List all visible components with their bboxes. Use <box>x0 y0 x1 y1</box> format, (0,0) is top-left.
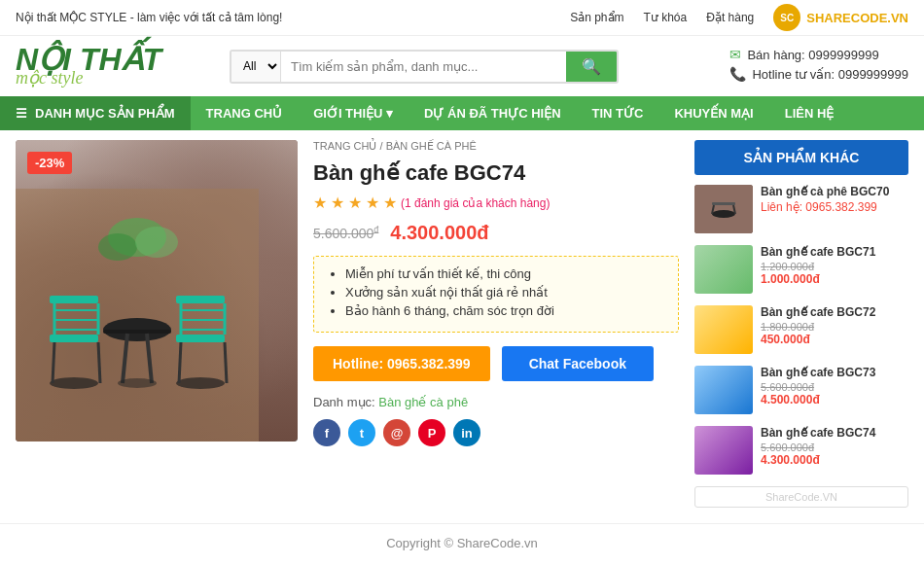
sidebar-new-price-2: 450.000đ <box>761 333 908 346</box>
nav-item-lienhe[interactable]: LIÊN HỆ <box>769 96 850 130</box>
nav-link-dathang[interactable]: Đặt hàng <box>706 11 754 24</box>
sidebar-item-name-1: Bàn ghế cafe BGC71 <box>761 245 908 259</box>
nav-items: TRANG CHỦ GIỚI THIỆU ▾ DỰ ÁN ĐÃ THỰC HIỆ… <box>191 96 850 130</box>
svg-rect-2 <box>50 335 98 342</box>
email-share-icon[interactable]: @ <box>383 419 410 446</box>
feature-1: Miễn phí tư vấn thiết kế, thi công <box>345 266 664 281</box>
sidebar-item-name-2: Bàn ghế cafe BGC72 <box>761 305 908 319</box>
nav-menu-label: DANH MỤC SẢN PHẨM <box>35 106 175 121</box>
logo[interactable]: NỘI THẤT mộc style <box>16 44 161 88</box>
sidebar-info-4: Bàn ghế cafe BGC74 5.600.000đ 4.300.000đ <box>761 426 908 467</box>
contact-ban-hang: ✉ Bán hàng: 0999999999 <box>729 47 908 62</box>
svg-rect-31 <box>712 202 735 205</box>
search-area: All 🔍 <box>230 50 619 84</box>
nav-link-duan[interactable]: DỰ ÁN ĐÃ THỰC HIỆN <box>409 96 577 130</box>
sidebar-info-2: Bàn ghế cafe BGC72 1.800.000đ 450.000đ <box>761 305 908 346</box>
svg-rect-5 <box>50 296 98 303</box>
breadcrumb-category: BÀN GHẾ CÀ PHÊ <box>386 140 477 152</box>
contact-area: ✉ Bán hàng: 0999999999 📞 Hotline tư vấn:… <box>729 47 908 86</box>
svg-point-11 <box>176 377 225 389</box>
search-dropdown[interactable]: All <box>231 52 281 82</box>
category-link[interactable]: Bàn ghế cà phê <box>378 395 468 409</box>
sidebar-item-1[interactable]: Bàn ghế cafe BGC71 1.200.000đ 1.000.000đ <box>694 245 908 294</box>
sidebar-old-price-1: 1.200.000đ <box>761 261 908 272</box>
sidebar-info-0: Bàn ghế cà phê BGC70 Liên hệ: 0965.382.3… <box>761 185 908 214</box>
sidebar-thumb-0 <box>694 185 753 233</box>
content-area: -23% <box>0 130 924 517</box>
linkedin-share-icon[interactable]: in <box>453 419 480 446</box>
pinterest-share-icon[interactable]: P <box>418 419 445 446</box>
sidebar-new-price-4: 4.300.000đ <box>761 453 908 467</box>
star-5: ★ <box>383 194 397 212</box>
svg-point-27 <box>98 233 137 261</box>
nav-item-khuyenmai[interactable]: KHUYẾN MẠI <box>658 96 768 130</box>
svg-rect-22 <box>103 330 171 334</box>
sidebar-old-price-4: 5.600.000đ <box>761 441 908 453</box>
twitter-share-icon[interactable]: t <box>348 419 375 446</box>
hamburger-icon: ☰ <box>16 106 27 121</box>
header: NỘI THẤT mộc style All 🔍 ✉ Bán hàng: 099… <box>0 36 924 96</box>
sidebar-thumb-4 <box>694 426 753 475</box>
nav-link-sanpham[interactable]: Sản phẩm <box>570 11 623 24</box>
sidebar-item-3[interactable]: Bàn ghế cafe BGC73 5.600.000đ 4.500.000đ <box>694 366 908 414</box>
product-image <box>16 140 298 441</box>
star-3: ★ <box>348 194 362 212</box>
nav-link-khuyenmai[interactable]: KHUYẾN MẠI <box>658 96 768 130</box>
email-icon: ✉ <box>729 47 741 62</box>
sidebar-item-name-3: Bàn ghế cafe BGC73 <box>761 366 908 379</box>
sidebar-thumb-3 <box>694 366 753 414</box>
sidebar-item-4[interactable]: Bàn ghế cafe BGC74 5.600.000đ 4.300.000đ <box>694 426 908 475</box>
footer-text: Copyright © ShareCode.vn <box>386 536 538 550</box>
product-image-area: -23% <box>16 140 298 508</box>
sidebar-item-0[interactable]: Bàn ghế cà phê BGC70 Liên hệ: 0965.382.3… <box>694 185 908 233</box>
sidebar-watermark: ShareCode.VN <box>694 486 908 508</box>
social-icons: f t @ P in <box>313 419 679 446</box>
sidebar-item-2[interactable]: Bàn ghế cafe BGC72 1.800.000đ 450.000đ <box>694 305 908 354</box>
sharecode-text: SHARECODE.VN <box>806 11 908 25</box>
contact-ban-hang-text: Bán hàng: 0999999999 <box>747 48 878 62</box>
search-input[interactable] <box>281 52 566 82</box>
feature-3: Bảo hành 6 tháng, chăm sóc trọn đời <box>345 303 664 318</box>
sharecode-logo: SC SHARECODE.VN <box>773 4 908 31</box>
category-label: Danh mục: <box>313 395 375 409</box>
nav-item-duan[interactable]: DỰ ÁN ĐÃ THỰC HIỆN <box>409 96 577 130</box>
search-button[interactable]: 🔍 <box>566 52 617 82</box>
star-1: ★ <box>313 194 327 212</box>
features-list: Miễn phí tư vấn thiết kế, thi công Xưởng… <box>328 266 664 318</box>
top-bar: Nội thất MỘC STYLE - làm việc với tất cả… <box>0 0 924 36</box>
nav-link-lienhe[interactable]: LIÊN HỆ <box>769 96 850 130</box>
nav-link-tintuc[interactable]: TIN TỨC <box>577 96 659 130</box>
star-4: ★ <box>366 194 379 212</box>
top-bar-right: Sản phẩm Tư khóa Đặt hàng SC SHARECODE.V… <box>570 4 908 31</box>
sidebar-new-price-1: 1.000.000đ <box>761 272 908 286</box>
nav-link-trangchu[interactable]: TRANG CHỦ <box>191 96 299 130</box>
nav-item-gioithieu[interactable]: GIỚI THIỆU ▾ <box>298 96 409 130</box>
nav-item-tintuc[interactable]: TIN TỨC <box>577 96 659 130</box>
nav-link-tukhoa[interactable]: Tư khóa <box>644 11 688 24</box>
nav-menu-button[interactable]: ☰ DANH MỤC SẢN PHẨM <box>0 96 191 130</box>
nav-item-trangchu[interactable]: TRANG CHỦ <box>191 96 299 130</box>
breadcrumb-home[interactable]: TRANG CHỦ <box>313 140 376 152</box>
nav-bar: ☰ DANH MỤC SẢN PHẨM TRANG CHỦ GIỚI THIỆU… <box>0 96 924 130</box>
sidebar-new-price-3: 4.500.000đ <box>761 393 908 406</box>
hotline-button[interactable]: Hotline: 0965.382.399 <box>313 346 490 381</box>
sharecode-watermark-text: ShareCode.VN <box>765 491 837 503</box>
phone-icon: 📞 <box>729 66 746 82</box>
sidebar-info-3: Bàn ghế cafe BGC73 5.600.000đ 4.500.000đ <box>761 366 908 406</box>
svg-rect-15 <box>176 296 225 303</box>
review-count: (1 đánh giá của khách hàng) <box>401 196 550 210</box>
sidebar-thumb-1 <box>694 245 753 294</box>
nav-link-gioithieu[interactable]: GIỚI THIỆU ▾ <box>298 96 409 130</box>
star-2: ★ <box>331 194 344 212</box>
svg-point-25 <box>118 378 157 388</box>
price-area: 5.600.000đ 4.300.000đ <box>313 222 679 244</box>
svg-rect-12 <box>176 335 225 342</box>
chat-facebook-button[interactable]: Chat Facebook <box>502 346 654 381</box>
facebook-share-icon[interactable]: f <box>313 419 340 446</box>
sidebar: SẢN PHẨM KHÁC Bàn ghế cà phê BGC70 Liên … <box>694 140 908 508</box>
footer: Copyright © ShareCode.vn <box>0 523 924 562</box>
logo-area: NỘI THẤT mộc style <box>16 44 210 88</box>
product-illustration <box>16 189 259 441</box>
svg-rect-29 <box>694 185 753 233</box>
product-image-inner <box>16 140 298 441</box>
